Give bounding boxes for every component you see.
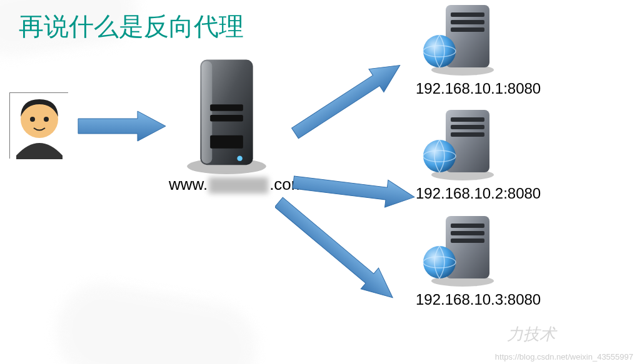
svg-point-20 <box>423 35 456 67</box>
user-icon <box>9 92 68 159</box>
svg-marker-13 <box>292 169 416 210</box>
backend-server-2-icon <box>416 106 500 181</box>
watermark-bg-shape <box>49 277 263 364</box>
svg-rect-19 <box>451 27 484 32</box>
svg-marker-14 <box>275 192 401 308</box>
backend-server-3-label: 192.168.10.3:8080 <box>416 291 541 308</box>
svg-marker-4 <box>78 111 166 141</box>
svg-point-2 <box>30 117 35 122</box>
svg-point-11 <box>237 155 242 160</box>
svg-rect-32 <box>451 231 484 235</box>
svg-marker-12 <box>288 54 408 145</box>
svg-point-3 <box>44 117 49 122</box>
svg-rect-10 <box>210 135 243 149</box>
proxy-domain-redacted <box>209 177 268 194</box>
svg-point-27 <box>423 140 456 172</box>
svg-rect-17 <box>451 12 484 17</box>
svg-rect-24 <box>451 117 484 122</box>
backend-server-1-label: 192.168.10.1:8080 <box>416 80 541 97</box>
background-watermark-text: 力技术 <box>507 323 556 345</box>
proxy-server-icon <box>175 53 278 175</box>
proxy-domain-prefix: www. <box>169 175 208 194</box>
backend-server-3-icon <box>416 212 500 287</box>
svg-rect-26 <box>451 132 484 137</box>
svg-point-34 <box>423 246 456 278</box>
svg-rect-7 <box>201 61 212 164</box>
arrow-user-to-proxy <box>75 107 169 145</box>
diagram-title: 再说什么是反向代理 <box>19 9 244 44</box>
svg-rect-31 <box>451 224 484 228</box>
svg-rect-33 <box>451 239 484 243</box>
backend-server-1-icon <box>416 1 500 76</box>
svg-rect-8 <box>210 104 243 111</box>
source-watermark: https://blog.csdn.net/weixin_43555997 <box>495 352 633 362</box>
backend-server-2-label: 192.168.10.2:8080 <box>416 185 541 202</box>
svg-rect-18 <box>451 20 484 24</box>
svg-rect-25 <box>451 125 484 129</box>
svg-rect-9 <box>210 115 243 122</box>
